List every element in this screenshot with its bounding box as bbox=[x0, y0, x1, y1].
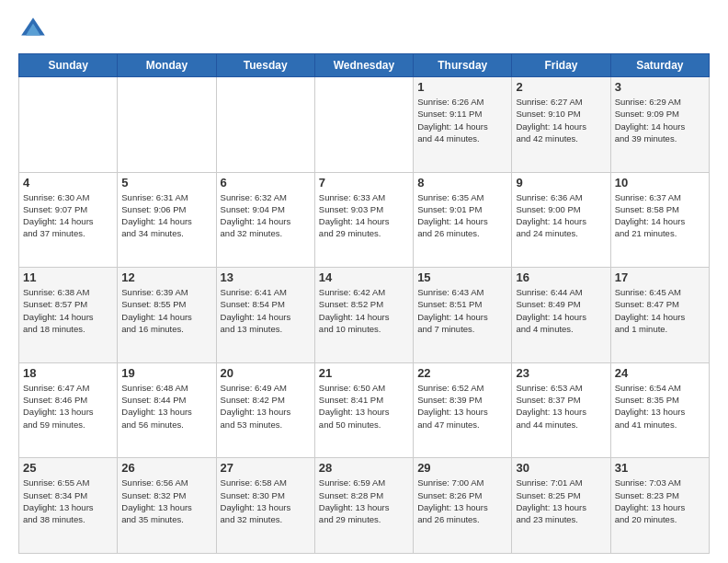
calendar-week-row: 1Sunrise: 6:26 AM Sunset: 9:11 PM Daylig… bbox=[19, 77, 710, 173]
calendar-cell: 5Sunrise: 6:31 AM Sunset: 9:06 PM Daylig… bbox=[118, 172, 216, 268]
calendar-cell: 7Sunrise: 6:33 AM Sunset: 9:03 PM Daylig… bbox=[314, 172, 413, 268]
calendar-cell: 25Sunrise: 6:55 AM Sunset: 8:34 PM Dayli… bbox=[19, 458, 118, 554]
calendar-week-row: 4Sunrise: 6:30 AM Sunset: 9:07 PM Daylig… bbox=[19, 172, 710, 268]
day-number: 14 bbox=[319, 270, 409, 284]
day-info: Sunrise: 6:52 AM Sunset: 8:39 PM Dayligh… bbox=[417, 382, 507, 431]
day-info: Sunrise: 6:59 AM Sunset: 8:28 PM Dayligh… bbox=[319, 477, 409, 525]
calendar-cell: 4Sunrise: 6:30 AM Sunset: 9:07 PM Daylig… bbox=[19, 172, 118, 268]
day-number: 2 bbox=[516, 80, 606, 94]
calendar-cell: 30Sunrise: 7:01 AM Sunset: 8:25 PM Dayli… bbox=[512, 458, 610, 554]
day-number: 13 bbox=[221, 270, 311, 284]
calendar-cell: 10Sunrise: 6:37 AM Sunset: 8:58 PM Dayli… bbox=[610, 172, 709, 268]
logo-icon bbox=[18, 15, 48, 44]
calendar-cell: 15Sunrise: 6:43 AM Sunset: 8:51 PM Dayli… bbox=[414, 268, 512, 363]
calendar-cell: 28Sunrise: 6:59 AM Sunset: 8:28 PM Dayli… bbox=[314, 458, 413, 554]
calendar-day-header: Thursday bbox=[414, 54, 512, 77]
day-info: Sunrise: 6:49 AM Sunset: 8:42 PM Dayligh… bbox=[221, 382, 311, 431]
calendar-day-header: Sunday bbox=[19, 54, 118, 77]
calendar-cell: 2Sunrise: 6:27 AM Sunset: 9:10 PM Daylig… bbox=[512, 77, 610, 173]
day-info: Sunrise: 7:03 AM Sunset: 8:23 PM Dayligh… bbox=[615, 477, 705, 525]
day-info: Sunrise: 6:58 AM Sunset: 8:30 PM Dayligh… bbox=[221, 477, 311, 525]
day-number: 7 bbox=[319, 176, 409, 190]
calendar-cell: 3Sunrise: 6:29 AM Sunset: 9:09 PM Daylig… bbox=[610, 77, 709, 173]
day-info: Sunrise: 6:30 AM Sunset: 9:07 PM Dayligh… bbox=[23, 191, 113, 240]
day-number: 21 bbox=[319, 366, 409, 380]
page: SundayMondayTuesdayWednesdayThursdayFrid… bbox=[0, 0, 728, 563]
day-number: 23 bbox=[516, 366, 606, 380]
day-info: Sunrise: 6:35 AM Sunset: 9:01 PM Dayligh… bbox=[417, 191, 507, 240]
day-number: 24 bbox=[615, 366, 705, 380]
calendar-cell: 23Sunrise: 6:53 AM Sunset: 8:37 PM Dayli… bbox=[512, 362, 610, 458]
day-info: Sunrise: 6:29 AM Sunset: 9:09 PM Dayligh… bbox=[615, 96, 705, 144]
calendar-cell bbox=[19, 77, 118, 173]
day-number: 3 bbox=[615, 80, 705, 94]
calendar-cell: 13Sunrise: 6:41 AM Sunset: 8:54 PM Dayli… bbox=[216, 268, 314, 363]
day-number: 17 bbox=[615, 270, 705, 284]
calendar-cell: 9Sunrise: 6:36 AM Sunset: 9:00 PM Daylig… bbox=[512, 172, 610, 268]
calendar-cell bbox=[216, 77, 314, 173]
day-info: Sunrise: 6:54 AM Sunset: 8:35 PM Dayligh… bbox=[615, 382, 705, 431]
day-info: Sunrise: 6:37 AM Sunset: 8:58 PM Dayligh… bbox=[615, 191, 705, 240]
day-number: 30 bbox=[516, 461, 606, 475]
calendar-day-header: Tuesday bbox=[216, 54, 314, 77]
day-info: Sunrise: 6:31 AM Sunset: 9:06 PM Dayligh… bbox=[121, 191, 211, 240]
calendar-header-row: SundayMondayTuesdayWednesdayThursdayFrid… bbox=[19, 54, 710, 77]
day-info: Sunrise: 6:45 AM Sunset: 8:47 PM Dayligh… bbox=[615, 286, 705, 335]
calendar-cell: 19Sunrise: 6:48 AM Sunset: 8:44 PM Dayli… bbox=[118, 362, 216, 458]
calendar-day-header: Monday bbox=[118, 54, 216, 77]
calendar-cell: 24Sunrise: 6:54 AM Sunset: 8:35 PM Dayli… bbox=[610, 362, 709, 458]
day-info: Sunrise: 6:47 AM Sunset: 8:46 PM Dayligh… bbox=[23, 382, 113, 431]
day-info: Sunrise: 6:41 AM Sunset: 8:54 PM Dayligh… bbox=[221, 286, 311, 335]
calendar-week-row: 11Sunrise: 6:38 AM Sunset: 8:57 PM Dayli… bbox=[19, 268, 710, 363]
day-info: Sunrise: 6:39 AM Sunset: 8:55 PM Dayligh… bbox=[121, 286, 211, 335]
calendar-cell: 6Sunrise: 6:32 AM Sunset: 9:04 PM Daylig… bbox=[216, 172, 314, 268]
day-info: Sunrise: 6:48 AM Sunset: 8:44 PM Dayligh… bbox=[121, 382, 211, 431]
day-number: 22 bbox=[417, 366, 507, 380]
day-number: 28 bbox=[319, 461, 409, 475]
day-number: 25 bbox=[23, 461, 113, 475]
calendar-cell: 22Sunrise: 6:52 AM Sunset: 8:39 PM Dayli… bbox=[414, 362, 512, 458]
day-number: 4 bbox=[23, 176, 113, 190]
day-info: Sunrise: 6:50 AM Sunset: 8:41 PM Dayligh… bbox=[319, 382, 409, 431]
day-info: Sunrise: 6:38 AM Sunset: 8:57 PM Dayligh… bbox=[23, 286, 113, 335]
day-info: Sunrise: 6:26 AM Sunset: 9:11 PM Dayligh… bbox=[417, 96, 507, 144]
calendar-day-header: Friday bbox=[512, 54, 610, 77]
calendar-cell: 26Sunrise: 6:56 AM Sunset: 8:32 PM Dayli… bbox=[118, 458, 216, 554]
calendar-cell: 8Sunrise: 6:35 AM Sunset: 9:01 PM Daylig… bbox=[414, 172, 512, 268]
header bbox=[18, 15, 710, 44]
day-number: 26 bbox=[121, 461, 211, 475]
calendar-day-header: Saturday bbox=[610, 54, 709, 77]
calendar-cell: 14Sunrise: 6:42 AM Sunset: 8:52 PM Dayli… bbox=[314, 268, 413, 363]
day-number: 31 bbox=[615, 461, 705, 475]
calendar-cell bbox=[314, 77, 413, 173]
calendar-cell: 1Sunrise: 6:26 AM Sunset: 9:11 PM Daylig… bbox=[414, 77, 512, 173]
day-number: 18 bbox=[23, 366, 113, 380]
day-number: 5 bbox=[121, 176, 211, 190]
calendar-cell: 29Sunrise: 7:00 AM Sunset: 8:26 PM Dayli… bbox=[414, 458, 512, 554]
day-number: 1 bbox=[417, 80, 507, 94]
day-info: Sunrise: 6:32 AM Sunset: 9:04 PM Dayligh… bbox=[221, 191, 311, 240]
day-number: 11 bbox=[23, 270, 113, 284]
day-info: Sunrise: 6:27 AM Sunset: 9:10 PM Dayligh… bbox=[516, 96, 606, 144]
calendar-cell: 12Sunrise: 6:39 AM Sunset: 8:55 PM Dayli… bbox=[118, 268, 216, 363]
calendar-cell: 17Sunrise: 6:45 AM Sunset: 8:47 PM Dayli… bbox=[610, 268, 709, 363]
day-info: Sunrise: 6:53 AM Sunset: 8:37 PM Dayligh… bbox=[516, 382, 606, 431]
day-number: 16 bbox=[516, 270, 606, 284]
calendar-day-header: Wednesday bbox=[314, 54, 413, 77]
day-number: 15 bbox=[417, 270, 507, 284]
day-info: Sunrise: 6:55 AM Sunset: 8:34 PM Dayligh… bbox=[23, 477, 113, 525]
calendar-cell: 18Sunrise: 6:47 AM Sunset: 8:46 PM Dayli… bbox=[19, 362, 118, 458]
calendar-cell: 11Sunrise: 6:38 AM Sunset: 8:57 PM Dayli… bbox=[19, 268, 118, 363]
calendar-week-row: 25Sunrise: 6:55 AM Sunset: 8:34 PM Dayli… bbox=[19, 458, 710, 554]
day-number: 6 bbox=[221, 176, 311, 190]
day-number: 8 bbox=[417, 176, 507, 190]
day-info: Sunrise: 6:43 AM Sunset: 8:51 PM Dayligh… bbox=[417, 286, 507, 335]
day-info: Sunrise: 7:01 AM Sunset: 8:25 PM Dayligh… bbox=[516, 477, 606, 525]
day-number: 29 bbox=[417, 461, 507, 475]
calendar-cell: 31Sunrise: 7:03 AM Sunset: 8:23 PM Dayli… bbox=[610, 458, 709, 554]
calendar-cell: 27Sunrise: 6:58 AM Sunset: 8:30 PM Dayli… bbox=[216, 458, 314, 554]
day-info: Sunrise: 6:33 AM Sunset: 9:03 PM Dayligh… bbox=[319, 191, 409, 240]
day-number: 20 bbox=[221, 366, 311, 380]
calendar-table: SundayMondayTuesdayWednesdayThursdayFrid… bbox=[18, 53, 710, 554]
day-number: 9 bbox=[516, 176, 606, 190]
